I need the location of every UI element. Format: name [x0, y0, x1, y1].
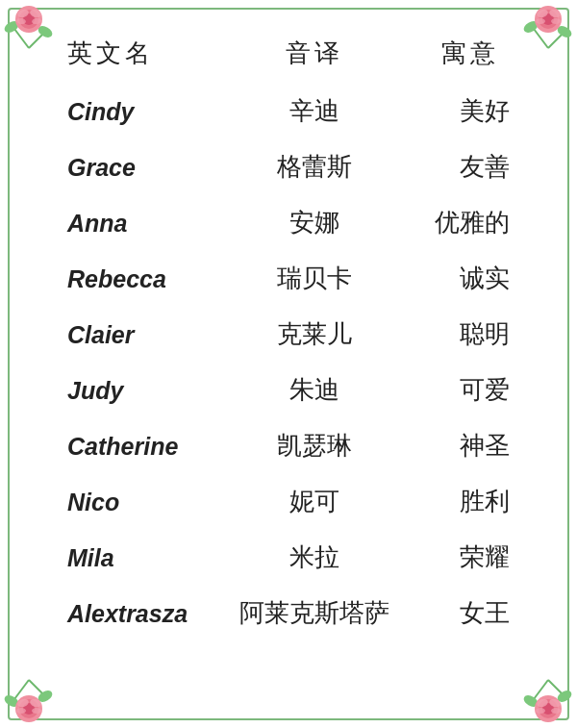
cell-meaning: 神圣 [411, 418, 529, 474]
table-row: Mila米拉荣耀 [48, 530, 529, 586]
table-row: Catherine凯瑟琳神圣 [48, 418, 529, 474]
cell-english: Nico [48, 474, 218, 530]
cell-phonetic: 安娜 [218, 195, 411, 251]
cell-phonetic: 辛迪 [218, 84, 411, 139]
cell-english: Rebecca [48, 251, 218, 307]
cell-english: Alextrasza [48, 586, 218, 641]
cell-english: Cindy [48, 84, 218, 139]
table-header-row: 英文名 音译 寓意 [48, 29, 529, 84]
table-row: Judy朱迪可爱 [48, 363, 529, 418]
table-row: Nico妮可胜利 [48, 474, 529, 530]
cell-meaning: 聪明 [411, 307, 529, 363]
table-row: Rebecca瑞贝卡诚实 [48, 251, 529, 307]
cell-meaning: 可爱 [411, 363, 529, 418]
rose-top-right [519, 0, 577, 53]
svg-point-20 [536, 18, 545, 24]
table-row: Anna安娜优雅的 [48, 195, 529, 251]
svg-line-1 [29, 34, 43, 48]
table-row: Alextrasza阿莱克斯塔萨女王 [48, 586, 529, 641]
svg-line-23 [29, 680, 43, 694]
rose-bottom-left [0, 675, 58, 728]
cell-phonetic: 克莱儿 [218, 307, 411, 363]
rose-top-left [0, 0, 58, 53]
cell-meaning: 女王 [411, 586, 529, 641]
page: 英文名 音译 寓意 Cindy辛迪美好Grace格蕾斯友善Anna安娜优雅的Re… [0, 0, 577, 728]
table-row: Grace格蕾斯友善 [48, 139, 529, 195]
cell-phonetic: 妮可 [218, 474, 411, 530]
cell-meaning: 诚实 [411, 251, 529, 307]
svg-point-31 [16, 708, 26, 714]
cell-phonetic: 格蕾斯 [218, 139, 411, 195]
svg-line-12 [548, 34, 563, 48]
cell-meaning: 荣耀 [411, 530, 529, 586]
svg-line-34 [548, 680, 563, 694]
svg-point-21 [551, 18, 561, 24]
rose-bottom-right [519, 675, 577, 728]
cell-english: Grace [48, 139, 218, 195]
cell-meaning: 美好 [411, 84, 529, 139]
cell-meaning: 胜利 [411, 474, 529, 530]
table-row: Claier克莱儿聪明 [48, 307, 529, 363]
col-header-meaning: 寓意 [411, 29, 529, 84]
names-table: 英文名 音译 寓意 Cindy辛迪美好Grace格蕾斯友善Anna安娜优雅的Re… [48, 29, 529, 641]
cell-phonetic: 米拉 [218, 530, 411, 586]
cell-phonetic: 朱迪 [218, 363, 411, 418]
cell-phonetic: 阿莱克斯塔萨 [218, 586, 411, 641]
names-table-wrapper: 英文名 音译 寓意 Cindy辛迪美好Grace格蕾斯友善Anna安娜优雅的Re… [19, 29, 558, 641]
table-row: Cindy辛迪美好 [48, 84, 529, 139]
cell-phonetic: 瑞贝卡 [218, 251, 411, 307]
cell-english: Catherine [48, 418, 218, 474]
cell-english: Mila [48, 530, 218, 586]
cell-meaning: 优雅的 [411, 195, 529, 251]
svg-point-42 [536, 708, 545, 714]
cell-english: Claier [48, 307, 218, 363]
col-header-phonetic: 音译 [218, 29, 411, 84]
svg-point-43 [551, 708, 561, 714]
cell-english: Anna [48, 195, 218, 251]
cell-meaning: 友善 [411, 139, 529, 195]
cell-english: Judy [48, 363, 218, 418]
cell-phonetic: 凯瑟琳 [218, 418, 411, 474]
col-header-english: 英文名 [48, 29, 218, 84]
svg-point-32 [32, 708, 41, 714]
